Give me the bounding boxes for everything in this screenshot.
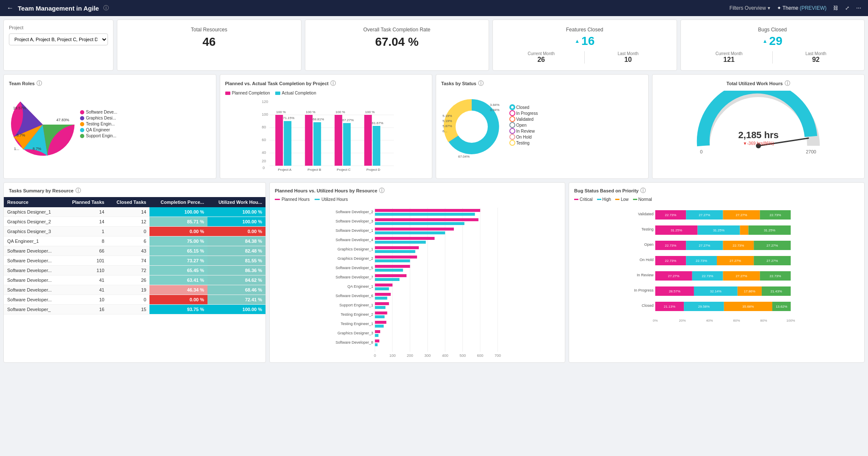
- svg-rect-71: [375, 218, 478, 221]
- svg-text:Software Developer_3: Software Developer_3: [335, 219, 373, 223]
- team-roles-pie: 47.83% 19.57% 8.7% 8.7% 1...: [9, 91, 77, 158]
- col-completion: Completion Perce...: [149, 197, 207, 207]
- svg-text:20%: 20%: [679, 319, 686, 323]
- table-row: Software Developer...1017473.27 %81.55 %: [4, 256, 265, 266]
- svg-text:Software Developer_6: Software Developer_6: [335, 294, 373, 298]
- theme-button[interactable]: ✦ Theme (PREVIEW): [777, 5, 827, 11]
- svg-text:Testing Engineer_2: Testing Engineer_2: [340, 312, 373, 317]
- team-roles-info-icon: ⓘ: [36, 80, 42, 87]
- svg-text:1...: 1...: [14, 147, 19, 151]
- svg-rect-33: [373, 126, 380, 166]
- svg-text:Graphics Designer_3: Graphics Designer_3: [337, 331, 373, 335]
- table-cell: 75.00 %: [149, 236, 207, 246]
- qa-label: QA Engineer: [86, 128, 110, 132]
- svg-rect-28: [343, 123, 351, 166]
- in-review-legend: In Review: [510, 129, 538, 133]
- table-cell: Software Developer...: [4, 266, 63, 275]
- divider: [772, 51, 773, 64]
- actual-color: [275, 92, 280, 95]
- svg-text:31.25%: 31.25%: [713, 228, 724, 232]
- svg-rect-87: [375, 269, 403, 272]
- svg-text:Testing: Testing: [641, 227, 654, 231]
- more-icon[interactable]: ⋯: [856, 5, 861, 11]
- project-select[interactable]: Project A, Project B, Project C, Project…: [9, 33, 108, 45]
- filters-overview-button[interactable]: Filters Overview ▾: [730, 5, 770, 11]
- svg-rect-93: [375, 287, 389, 290]
- svg-rect-104: [375, 321, 387, 324]
- page-title: Team Management in Agile: [18, 5, 99, 12]
- table-cell: 14: [63, 207, 108, 217]
- svg-rect-95: [375, 293, 391, 296]
- table-cell: 0.00 %: [149, 227, 207, 236]
- kpi-row: Project Project A, Project B, Project C,…: [3, 19, 865, 71]
- svg-text:80: 80: [262, 125, 266, 129]
- svg-text:68.81%: 68.81%: [312, 117, 324, 121]
- features-last-month: Last Month 10: [586, 51, 669, 64]
- features-closed-value: 16: [581, 34, 594, 48]
- svg-text:60%: 60%: [733, 319, 740, 323]
- legend-item: Testing Engin...: [80, 122, 117, 126]
- back-button[interactable]: ←: [7, 4, 14, 12]
- svg-text:0: 0: [374, 353, 376, 358]
- expand-icon[interactable]: ⤢: [845, 5, 849, 11]
- table-cell: 68.46 %: [207, 285, 265, 295]
- table-cell: 63.41 %: [149, 275, 207, 285]
- table-row: QA Engineer_18675.00 %84.38 %: [4, 236, 265, 246]
- tasks-status-info: ⓘ: [478, 80, 484, 87]
- svg-rect-22: [305, 115, 312, 166]
- planned-hours-color: [275, 199, 280, 200]
- svg-text:22.73%: 22.73%: [665, 244, 676, 247]
- total-resources-title: Total Resources: [124, 27, 294, 33]
- bugs-closed-card: Bugs Closed ▲ 29 Current Month 121 Last …: [680, 19, 865, 71]
- tasks-legend: Closed In Progress Validated Open: [510, 105, 538, 147]
- charts-row: Team Roles ⓘ: [3, 74, 865, 179]
- svg-rect-78: [375, 241, 426, 244]
- pie-container: 47.83% 19.57% 8.7% 8.7% 1... Software De…: [9, 91, 211, 158]
- svg-text:8.7%: 8.7%: [33, 147, 41, 151]
- bugs-last-month: Last Month 92: [774, 51, 857, 64]
- table-cell: 110: [63, 266, 108, 275]
- table-cell: 73.27 %: [149, 256, 207, 266]
- svg-rect-102: [375, 315, 385, 318]
- table-cell: 72: [108, 266, 149, 275]
- svg-text:5.87%: 5.87%: [442, 124, 452, 128]
- total-utilized-card: Total Utilized Work Hours ⓘ 0 2700 2,185…: [652, 74, 865, 179]
- table-cell: 8: [63, 236, 108, 246]
- svg-text:21.43%: 21.43%: [771, 289, 782, 293]
- features-closed-card: Features Closed ▲ 16 Current Month 26 La…: [492, 19, 677, 71]
- table-cell: 100.00 %: [207, 207, 265, 217]
- table-cell: 19: [108, 285, 149, 295]
- table-cell: 15: [108, 305, 149, 314]
- svg-text:0%: 0%: [653, 319, 658, 323]
- svg-text:200: 200: [407, 353, 413, 358]
- svg-text:0: 0: [700, 149, 702, 154]
- tasks-status-donut: 5.19% 5.19% 5.87% 6... 67.04% 3.84% 3.84…: [441, 91, 507, 161]
- table-cell: 93.75 %: [149, 305, 207, 314]
- divider: [584, 51, 585, 64]
- testing-legend: Testing: [510, 141, 538, 145]
- table-cell: 26: [108, 275, 149, 285]
- svg-text:0: 0: [263, 166, 265, 170]
- svg-rect-23: [313, 122, 321, 166]
- svg-text:100 %: 100 %: [365, 110, 375, 114]
- svg-text:31.25%: 31.25%: [764, 228, 775, 232]
- table-row: Graphics Designer_11414100.00 %100.00 %: [4, 207, 265, 217]
- gauge-chart: 0 2700 2,185 hrs ▼-369 hrs(86%): [658, 91, 860, 158]
- svg-text:Software Developer_4: Software Developer_4: [335, 238, 373, 242]
- svg-text:500: 500: [459, 353, 466, 358]
- software-dev-label: Software Deve...: [86, 110, 117, 114]
- normal-legend: Normal: [633, 197, 652, 202]
- svg-rect-84: [375, 259, 410, 262]
- svg-text:28.57%: 28.57%: [669, 289, 680, 293]
- svg-text:5.19%: 5.19%: [442, 119, 452, 123]
- testing-label: Testing Engin...: [86, 122, 115, 126]
- svg-text:100%: 100%: [786, 319, 795, 323]
- svg-text:300: 300: [424, 353, 431, 358]
- table-cell: 1: [63, 227, 108, 236]
- title-info-icon: ⓘ: [103, 4, 109, 12]
- col-planned: Planned Tasks: [63, 197, 108, 207]
- support-label: Support Engin...: [86, 133, 116, 138]
- link-icon[interactable]: ⛓: [833, 5, 838, 11]
- table-cell: 84.62 %: [207, 275, 265, 285]
- col-utilized: Utilized Work Hou...: [207, 197, 265, 207]
